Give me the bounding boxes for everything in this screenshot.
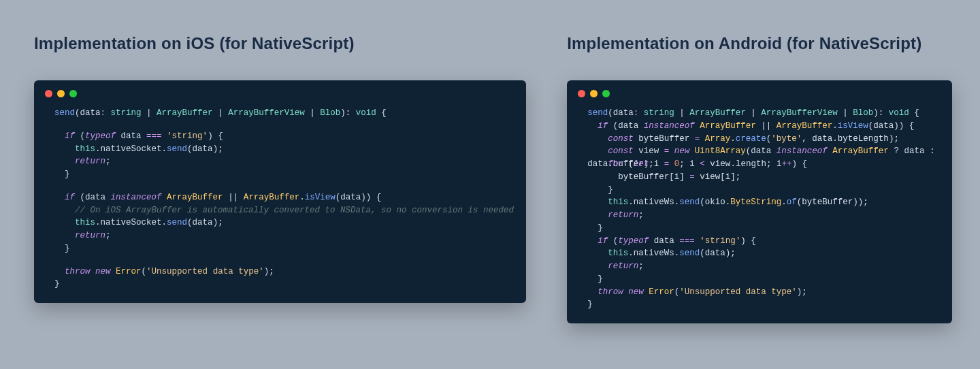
ios-heading: Implementation on iOS (for NativeScript) bbox=[34, 34, 526, 53]
maximize-icon bbox=[69, 90, 77, 97]
minimize-icon bbox=[57, 90, 65, 97]
right-panel: Implementation on Android (for NativeScr… bbox=[567, 34, 952, 323]
close-icon bbox=[45, 90, 52, 97]
minimize-icon bbox=[590, 90, 598, 97]
ios-code-block[interactable]: send(data: string | ArrayBuffer | ArrayB… bbox=[34, 104, 526, 291]
left-panel: Implementation on iOS (for NativeScript)… bbox=[34, 34, 526, 323]
window-traffic-lights bbox=[567, 80, 952, 104]
main-container: Implementation on iOS (for NativeScript)… bbox=[0, 0, 980, 323]
window-traffic-lights bbox=[34, 80, 526, 104]
android-heading: Implementation on Android (for NativeScr… bbox=[567, 34, 952, 53]
ios-code-window: send(data: string | ArrayBuffer | ArrayB… bbox=[34, 80, 526, 303]
android-code-block[interactable]: send(data: string | ArrayBuffer | ArrayB… bbox=[567, 104, 952, 311]
close-icon bbox=[578, 90, 585, 97]
android-code-window: send(data: string | ArrayBuffer | ArrayB… bbox=[567, 80, 952, 323]
maximize-icon bbox=[602, 90, 610, 97]
